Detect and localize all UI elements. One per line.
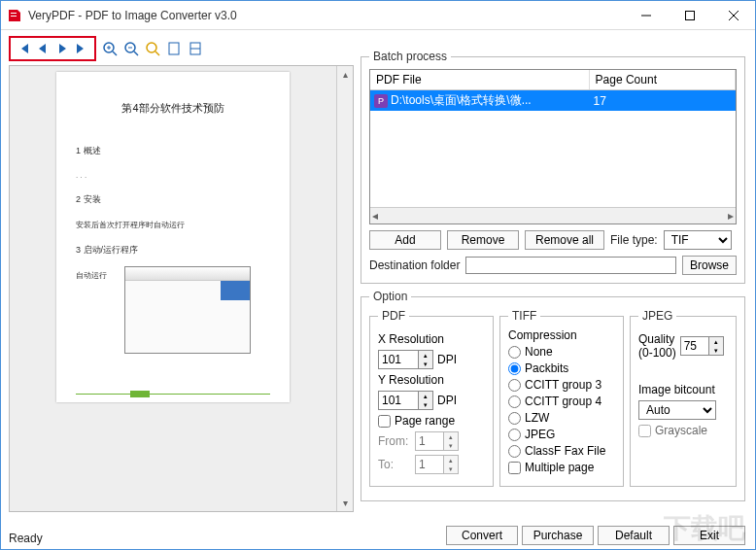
svg-line-9 <box>134 52 138 55</box>
zoom-in-button[interactable] <box>100 39 120 58</box>
col-page-count[interactable]: Page Count <box>590 70 736 89</box>
dpi-label: DPI <box>437 353 457 366</box>
bitcount-label: Image bitcount <box>638 383 728 396</box>
app-icon <box>7 8 22 23</box>
quality-input[interactable]: ▴▾ <box>680 336 724 356</box>
file-pagecount: 17 <box>590 90 736 111</box>
batch-process-group: Batch process PDF File Page Count PD:\to… <box>361 50 745 284</box>
yres-label: Y Resolution <box>378 373 444 387</box>
from-input[interactable]: ▴▾ <box>415 431 459 451</box>
to-input[interactable]: ▴▾ <box>415 455 459 474</box>
convert-button[interactable]: Convert <box>446 526 518 545</box>
toolbar <box>9 34 205 63</box>
batch-header: PDF File Page Count <box>370 70 736 90</box>
multipage-checkbox[interactable]: Multiple page <box>508 461 615 474</box>
pdf-group: PDF X Resolution ▴▾ DPI Y Resolution ▴▾ … <box>369 309 494 487</box>
quality-range-label: (0-100) <box>638 346 676 360</box>
zoom-out-button[interactable] <box>121 39 141 58</box>
comp-jpeg[interactable]: JPEG <box>508 428 615 441</box>
remove-all-button[interactable]: Remove all <box>525 230 604 250</box>
jpeg-group: JPEG Quality (0-100) ▴▾ Image bitcount A… <box>630 309 737 487</box>
xres-input[interactable]: ▴▾ <box>378 350 433 369</box>
purchase-button[interactable]: Purchase <box>522 526 594 545</box>
preview-pane: 第4部分软件技术预防 1 概述 . . . 2 安装 安装后首次打开程序时自动运… <box>9 65 354 512</box>
yres-input[interactable]: ▴▾ <box>378 391 433 410</box>
option-legend: Option <box>369 290 411 303</box>
batch-row-selected[interactable]: PD:\tools\桌面\格式转换\微... 17 <box>370 90 736 111</box>
default-button[interactable]: Default <box>598 526 670 545</box>
svg-rect-13 <box>169 43 179 54</box>
prev-page-button[interactable] <box>34 40 52 57</box>
last-page-button[interactable] <box>73 40 90 57</box>
batch-hscroll[interactable]: ◂▸ <box>370 207 736 223</box>
comp-lzw[interactable]: LZW <box>508 411 615 425</box>
svg-point-11 <box>147 43 156 52</box>
svg-line-12 <box>155 52 159 55</box>
minimize-button[interactable] <box>624 1 668 29</box>
titlebar: VeryPDF - PDF to Image Converter v3.0 <box>1 1 755 30</box>
filetype-label: File type: <box>610 233 658 247</box>
comp-none[interactable]: None <box>508 345 615 359</box>
destination-label: Destination folder <box>369 258 460 272</box>
destination-input[interactable] <box>465 257 676 274</box>
bitcount-select[interactable]: Auto <box>638 400 716 420</box>
to-label: To: <box>378 458 411 471</box>
comp-classf[interactable]: ClassF Fax File <box>508 444 615 458</box>
dpi-label: DPI <box>437 394 457 407</box>
quality-label: Quality <box>638 332 676 346</box>
xres-label: X Resolution <box>378 332 444 346</box>
tiff-group: TIFF Compression None Packbits CCITT gro… <box>499 309 624 487</box>
grayscale-checkbox[interactable] <box>638 425 651 437</box>
grayscale-label: Grayscale <box>655 424 707 437</box>
fit-width-button[interactable] <box>186 39 205 58</box>
preview-line: 3 启动/运行程序 <box>76 244 270 257</box>
pdf-page-preview: 第4部分软件技术预防 1 概述 . . . 2 安装 安装后首次打开程序时自动运… <box>56 72 290 402</box>
batch-legend: Batch process <box>369 50 451 63</box>
svg-line-5 <box>113 52 117 55</box>
status-bar: Ready <box>9 532 43 545</box>
fit-page-button[interactable] <box>164 39 184 58</box>
window-title: VeryPDF - PDF to Image Converter v3.0 <box>28 9 624 22</box>
file-path: D:\tools\桌面\格式转换\微... <box>391 92 532 109</box>
comp-packbits[interactable]: Packbits <box>508 361 615 375</box>
preview-line: 安装后首次打开程序时自动运行 <box>76 220 270 230</box>
preview-divider <box>76 394 270 395</box>
nav-group-highlight <box>9 36 96 61</box>
exit-button[interactable]: Exit <box>673 526 745 545</box>
filetype-select[interactable]: TIF <box>664 230 732 250</box>
preview-embedded-dialog <box>124 266 251 354</box>
svg-rect-1 <box>685 11 694 19</box>
next-page-button[interactable] <box>53 40 71 57</box>
page-range-label: Page range <box>395 414 455 428</box>
preview-title: 第4部分软件技术预防 <box>76 101 270 116</box>
comp-ccitt4[interactable]: CCITT group 4 <box>508 395 615 408</box>
tiff-legend: TIFF <box>508 309 540 323</box>
pdf-file-icon: P <box>374 94 388 108</box>
preview-line: 1 概述 <box>76 145 270 157</box>
comp-ccitt3[interactable]: CCITT group 3 <box>508 378 615 392</box>
compression-label: Compression <box>508 328 615 342</box>
maximize-button[interactable] <box>668 1 711 29</box>
remove-button[interactable]: Remove <box>447 230 519 250</box>
jpeg-legend: JPEG <box>638 309 676 323</box>
action-bar: Convert Purchase Default Exit <box>446 526 745 545</box>
add-button[interactable]: Add <box>369 230 441 250</box>
from-label: From: <box>378 434 411 448</box>
browse-button[interactable]: Browse <box>682 256 737 275</box>
preview-scrollbar[interactable]: ▴ ▾ <box>336 66 353 511</box>
batch-file-list[interactable]: PDF File Page Count PD:\tools\桌面\格式转换\微.… <box>369 69 737 224</box>
col-pdf-file[interactable]: PDF File <box>370 70 590 89</box>
actual-size-button[interactable] <box>143 39 162 58</box>
option-group: Option PDF X Resolution ▴▾ DPI Y Resolut… <box>361 290 745 501</box>
pdf-legend: PDF <box>378 309 409 323</box>
page-range-checkbox[interactable] <box>378 415 391 428</box>
first-page-button[interactable] <box>15 40 32 57</box>
preview-line: 2 安装 <box>76 193 270 206</box>
close-button[interactable] <box>711 1 755 29</box>
